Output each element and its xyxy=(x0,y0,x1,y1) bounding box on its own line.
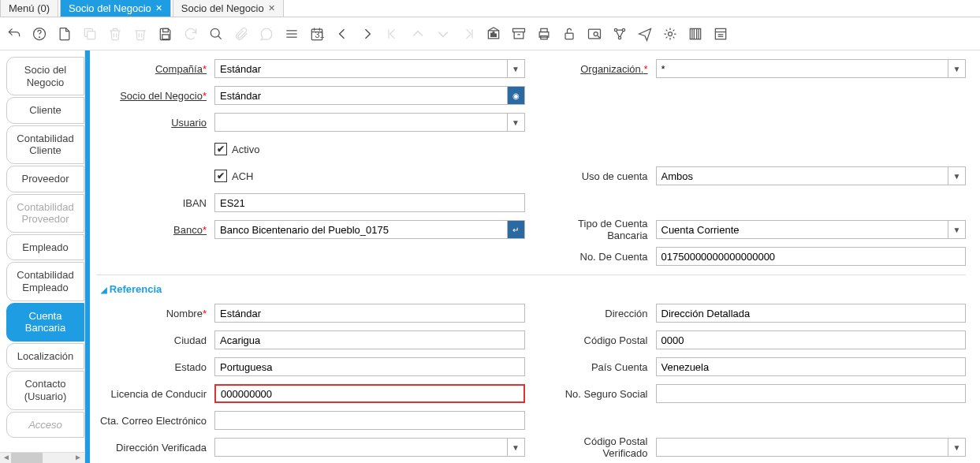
input-cp[interactable] xyxy=(656,330,967,349)
svg-rect-19 xyxy=(491,33,493,36)
input-compania[interactable] xyxy=(214,59,508,78)
sidebar-item-acceso: Acceso xyxy=(6,412,84,439)
input-tipo-cuenta[interactable] xyxy=(656,220,949,239)
save-icon[interactable] xyxy=(158,26,173,42)
label-uso-cuenta: Uso de cuenta xyxy=(538,170,656,182)
label-tipo-cuenta: Tipo de Cuenta Bancaria xyxy=(538,218,656,241)
label-licencia: Licencia de Conducir xyxy=(96,388,214,400)
label-estado: Estado xyxy=(96,361,214,373)
zoom-icon[interactable] xyxy=(587,26,602,42)
input-seguro[interactable] xyxy=(656,384,967,403)
input-socio[interactable] xyxy=(214,86,508,105)
input-banco[interactable] xyxy=(214,220,508,239)
window-tabs: Menú (0) Socio del Negocio✕ Socio del Ne… xyxy=(0,0,980,17)
undo-icon[interactable] xyxy=(6,26,22,42)
close-icon[interactable]: ✕ xyxy=(268,3,275,13)
process-icon[interactable] xyxy=(662,26,678,42)
sidebar-item-proveedor[interactable]: Proveedor xyxy=(6,166,84,192)
dropdown-icon[interactable]: ▼ xyxy=(508,113,525,132)
lock-icon[interactable] xyxy=(561,26,577,42)
label-seguro: No. Seguro Social xyxy=(538,388,656,400)
input-direccion[interactable] xyxy=(656,304,967,323)
sidebar-item-cont-empleado[interactable]: Contabilidad Empleado xyxy=(6,262,84,301)
sidebar-item-contacto[interactable]: Contacto (Usuario) xyxy=(6,371,84,409)
label-usuario: Usuario xyxy=(96,117,214,129)
sidebar-item-cont-cliente[interactable]: Contabilidad Cliente xyxy=(6,125,84,164)
dropdown-icon[interactable]: ▼ xyxy=(948,166,966,185)
section-referencia[interactable]: Referencia xyxy=(96,280,966,300)
sidebar-item-empleado[interactable]: Empleado xyxy=(6,234,84,261)
input-usuario[interactable] xyxy=(214,113,508,132)
goto-icon[interactable]: ◉ xyxy=(508,86,525,105)
label-nombre: Nombre* xyxy=(96,308,214,319)
dropdown-icon[interactable]: ▼ xyxy=(948,438,966,457)
toolbar: 31 xyxy=(0,17,980,50)
help-icon[interactable] xyxy=(32,26,47,42)
svg-point-33 xyxy=(669,32,673,35)
close-icon[interactable]: ✕ xyxy=(155,3,162,13)
dropdown-icon[interactable]: ▼ xyxy=(948,59,966,78)
label-banco: Banco* xyxy=(96,224,214,236)
svg-rect-39 xyxy=(715,28,725,39)
first-icon xyxy=(385,26,401,42)
svg-line-17 xyxy=(488,27,494,30)
sidebar-item-socio[interactable]: Socio del Negocio xyxy=(6,57,84,95)
last-icon xyxy=(460,26,476,42)
workflow-icon[interactable] xyxy=(612,26,628,42)
next-icon[interactable] xyxy=(360,26,375,42)
label-pais: País Cuenta xyxy=(538,361,656,373)
label-direccion: Dirección xyxy=(538,308,656,319)
product-icon[interactable] xyxy=(687,26,703,42)
new-icon[interactable] xyxy=(57,26,73,42)
goto-icon[interactable]: ↵ xyxy=(508,220,525,239)
prev-icon[interactable] xyxy=(334,26,350,42)
label-no-cuenta: No. De Cuenta xyxy=(538,251,656,263)
svg-point-30 xyxy=(614,28,617,31)
send-icon[interactable] xyxy=(637,26,653,42)
dropdown-icon[interactable]: ▼ xyxy=(948,220,966,239)
input-dir-verif[interactable] xyxy=(214,438,508,457)
report-icon[interactable] xyxy=(486,26,501,42)
svg-rect-22 xyxy=(513,28,525,32)
svg-rect-4 xyxy=(162,34,169,39)
calendar-icon[interactable]: 31 xyxy=(309,26,325,42)
tab-menu[interactable]: Menú (0) xyxy=(0,0,58,17)
sidebar-item-cliente[interactable]: Cliente xyxy=(6,97,84,124)
input-cp-verif[interactable] xyxy=(656,438,949,457)
tab-bp-2[interactable]: Socio del Negocio✕ xyxy=(173,0,284,17)
input-estado[interactable] xyxy=(214,357,525,376)
find-icon[interactable] xyxy=(208,26,224,42)
input-uso-cuenta[interactable] xyxy=(656,166,949,185)
svg-rect-25 xyxy=(541,28,547,32)
dropdown-icon[interactable]: ▼ xyxy=(508,59,525,78)
svg-rect-2 xyxy=(88,31,95,39)
chat-icon xyxy=(259,26,274,42)
checkbox-activo[interactable]: ✔Activo xyxy=(214,143,259,155)
copy-icon xyxy=(82,26,98,42)
print-icon[interactable] xyxy=(536,26,552,42)
input-nombre[interactable] xyxy=(214,304,525,323)
archive-icon[interactable] xyxy=(511,26,527,42)
sidebar-hscroll[interactable]: ◄► xyxy=(0,452,84,463)
input-pais[interactable] xyxy=(656,357,967,376)
checkbox-ach[interactable]: ✔ACH xyxy=(214,170,253,182)
up-icon xyxy=(410,26,426,42)
sidebar-item-localizacion[interactable]: Localización xyxy=(6,343,84,370)
svg-point-29 xyxy=(594,32,598,35)
tab-bp-1[interactable]: Socio del Negocio✕ xyxy=(60,0,171,17)
sidebar-item-cuenta-bancaria[interactable]: Cuenta Bancaria xyxy=(6,303,84,342)
input-licencia[interactable] xyxy=(214,384,525,403)
input-correo[interactable] xyxy=(214,411,525,430)
info-icon[interactable] xyxy=(713,26,728,42)
input-iban[interactable] xyxy=(214,193,525,212)
content: Compañía* ▼ Organización.* ▼ Socio del N… xyxy=(90,50,980,463)
input-no-cuenta[interactable] xyxy=(656,247,967,266)
label-iban: IBAN xyxy=(96,197,214,209)
label-ciudad: Ciudad xyxy=(96,334,214,346)
sidebar-item-cont-proveedor: Contabilidad Proveedor xyxy=(6,194,84,233)
input-organizacion[interactable] xyxy=(656,59,949,78)
input-ciudad[interactable] xyxy=(214,330,525,349)
dropdown-icon[interactable]: ▼ xyxy=(508,438,525,457)
grid-icon[interactable] xyxy=(284,26,300,42)
delete2-icon xyxy=(132,26,148,42)
